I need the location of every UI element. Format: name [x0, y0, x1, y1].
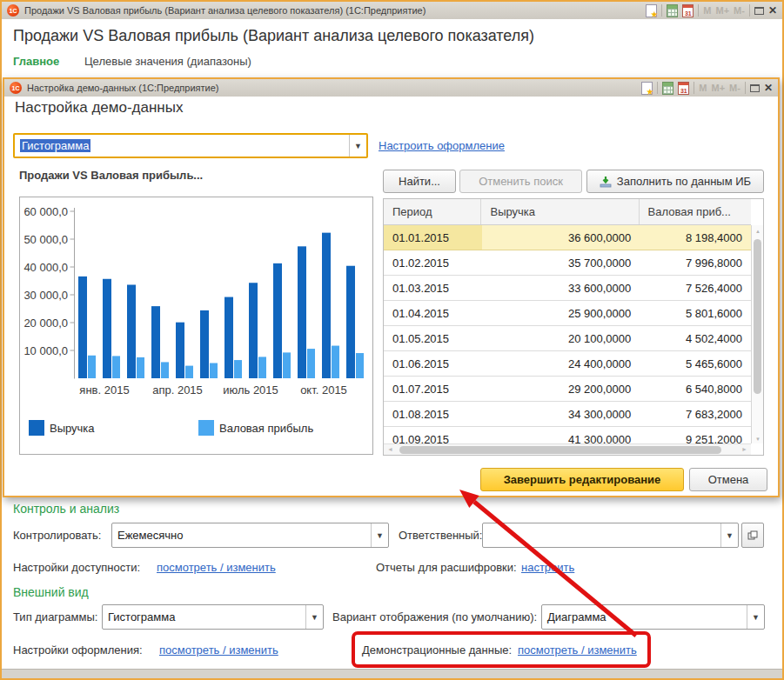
horizontal-scroll-thumb[interactable] — [399, 446, 721, 454]
period-cell[interactable]: 01.05.2015 — [384, 326, 482, 350]
display-variant-select[interactable]: Диаграмма ▼ — [541, 604, 765, 630]
gross-profit-cell[interactable]: 9 251,2000 — [640, 427, 751, 443]
responsible-select[interactable]: ▼ — [482, 523, 739, 548]
dialog-title: Настройка демо-данных (1С:Предприятие) — [27, 83, 641, 93]
period-cell[interactable]: 01.07.2015 — [384, 377, 482, 401]
memory-mminus-button[interactable]: M- — [734, 5, 745, 16]
chevron-down-icon[interactable]: ▼ — [747, 605, 764, 629]
monitor-select[interactable]: Ежемесячно ▼ — [111, 523, 389, 548]
maximize-icon[interactable] — [754, 7, 764, 15]
revenue-cell[interactable]: 29 200,0000 — [482, 377, 640, 401]
period-cell[interactable]: 01.09.2015 — [384, 427, 482, 443]
monitor-label: Контролировать: — [13, 529, 101, 542]
calendar-icon[interactable]: 31 — [678, 82, 689, 95]
svg-text:Выручка: Выручка — [50, 422, 95, 435]
period-cell[interactable]: 01.02.2015 — [384, 250, 482, 275]
column-header-gross-profit[interactable]: Валовая приб... — [640, 199, 751, 224]
close-icon[interactable]: ✕ — [768, 5, 777, 16]
memory-mplus-button[interactable]: M+ — [712, 83, 726, 93]
revenue-cell[interactable]: 24 400,0000 — [482, 351, 640, 376]
period-cell[interactable]: 01.04.2015 — [384, 301, 482, 325]
revenue-cell[interactable]: 25 900,0000 — [482, 301, 640, 325]
gross-profit-cell[interactable]: 7 683,2000 — [640, 402, 751, 426]
table-row[interactable]: 01.03.201533 600,00007 526,4000 — [384, 276, 751, 301]
column-header-period[interactable]: Период — [384, 199, 481, 224]
period-cell[interactable]: 01.03.2015 — [384, 276, 482, 300]
revenue-cell[interactable]: 41 300,0000 — [482, 427, 640, 443]
revenue-cell[interactable]: 35 700,0000 — [482, 250, 640, 275]
chart-type-select[interactable]: Гистограмма ▼ — [102, 604, 324, 630]
calculator-icon[interactable] — [662, 82, 673, 95]
scroll-up-icon[interactable]: ▲ — [755, 229, 761, 234]
chevron-down-icon[interactable]: ▼ — [349, 135, 366, 157]
responsible-choose-button[interactable] — [741, 523, 764, 548]
gross-profit-cell[interactable]: 6 540,8000 — [640, 377, 751, 401]
decode-reports-link[interactable]: настроить — [521, 561, 574, 574]
favorites-icon[interactable]: ★ — [641, 82, 653, 95]
memory-m-button[interactable]: M — [703, 5, 711, 16]
chevron-down-icon[interactable]: ▼ — [305, 605, 323, 629]
svg-text:Валовая прибыль: Валовая прибыль — [219, 422, 313, 435]
revenue-cell[interactable]: 36 600,0000 — [482, 225, 640, 250]
gross-profit-cell[interactable]: 5 801,6000 — [640, 301, 751, 325]
svg-text:50 000,0: 50 000,0 — [23, 233, 68, 246]
gross-profit-cell[interactable]: 4 502,4000 — [640, 326, 751, 350]
memory-mminus-button[interactable]: M- — [729, 83, 740, 93]
fill-from-db-button[interactable]: Заполнить по данным ИБ — [586, 170, 764, 193]
memory-m-button[interactable]: M — [699, 83, 707, 93]
table-row[interactable]: 01.01.201536 600,00008 198,4000 — [384, 225, 751, 250]
tab-target-values[interactable]: Целевые значения (диапазоны) — [84, 55, 251, 68]
table-row[interactable]: 01.08.201534 300,00007 683,2000 — [384, 402, 751, 427]
finish-editing-button[interactable]: Завершить редактирование — [480, 468, 684, 491]
close-icon[interactable]: ✕ — [764, 83, 773, 93]
table-row[interactable]: 01.09.201541 300,00009 251,2000 — [384, 427, 751, 443]
revenue-cell[interactable]: 34 300,0000 — [482, 402, 640, 426]
find-button[interactable]: Найти... — [383, 170, 456, 193]
revenue-cell[interactable]: 20 100,0000 — [482, 326, 640, 350]
scroll-left-icon[interactable]: ◄ — [387, 446, 393, 452]
calculator-icon[interactable] — [667, 4, 678, 17]
table-row[interactable]: 01.02.201535 700,00007 996,8000 — [384, 250, 751, 276]
scroll-down-icon[interactable]: ▼ — [755, 437, 761, 442]
chevron-down-icon[interactable]: ▼ — [720, 523, 738, 547]
dialog-heading: Настройка демо-данных — [15, 99, 183, 117]
responsible-label: Ответственный: — [399, 529, 482, 542]
design-settings-link[interactable]: посмотреть / изменить — [159, 643, 278, 657]
calendar-icon[interactable]: 31 — [682, 4, 694, 17]
period-cell[interactable]: 01.06.2015 — [384, 351, 482, 376]
svg-text:окт. 2015: окт. 2015 — [300, 383, 347, 397]
setup-design-link[interactable]: Настроить оформление — [379, 139, 505, 152]
table-header: Период Выручка Валовая приб... — [384, 199, 751, 225]
column-header-revenue[interactable]: Выручка — [481, 199, 639, 224]
cancel-search-button[interactable]: Отменить поиск — [459, 170, 582, 193]
decode-reports-label: Отчеты для расшифровки: — [376, 561, 517, 574]
gross-profit-cell[interactable]: 7 996,8000 — [640, 250, 751, 275]
revenue-cell[interactable]: 33 600,0000 — [482, 276, 640, 300]
gross-profit-cell[interactable]: 8 198,4000 — [640, 225, 751, 250]
period-cell[interactable]: 01.01.2015 — [384, 225, 482, 250]
period-cell[interactable]: 01.08.2015 — [384, 402, 482, 426]
tab-main[interactable]: Главное — [13, 55, 59, 68]
design-settings-label: Настройки оформления: — [13, 643, 143, 657]
scroll-right-icon[interactable]: ► — [741, 446, 747, 452]
gross-profit-cell[interactable]: 5 465,6000 — [640, 351, 751, 376]
table-row[interactable]: 01.07.201529 200,00006 540,8000 — [384, 377, 751, 402]
favorites-icon[interactable]: ★ — [646, 4, 657, 17]
table-row[interactable]: 01.05.201520 100,00004 502,4000 — [384, 326, 751, 351]
cancel-button[interactable]: Отмена — [689, 468, 767, 491]
vertical-scroll-thumb[interactable] — [754, 239, 761, 394]
chart-type-label: Тип диаграммы: — [13, 610, 97, 623]
demo-chart-type-select[interactable]: Гистограмма ▼ — [13, 133, 368, 158]
maximize-icon[interactable] — [750, 84, 760, 92]
demo-data-link[interactable]: посмотреть / изменить — [518, 643, 637, 657]
horizontal-scrollbar[interactable]: ◄ ► — [384, 443, 751, 455]
table-row[interactable]: 01.04.201525 900,00005 801,6000 — [384, 301, 751, 326]
svg-text:апр. 2015: апр. 2015 — [152, 383, 203, 397]
vertical-scrollbar[interactable]: ▲ ▼ — [751, 225, 763, 443]
chevron-down-icon[interactable]: ▼ — [371, 523, 388, 547]
access-settings-link[interactable]: посмотреть / изменить — [157, 561, 276, 574]
open-window-icon — [747, 530, 758, 541]
gross-profit-cell[interactable]: 7 526,4000 — [640, 276, 751, 300]
table-row[interactable]: 01.06.201524 400,00005 465,6000 — [384, 351, 751, 377]
memory-mplus-button[interactable]: M+ — [716, 5, 730, 16]
